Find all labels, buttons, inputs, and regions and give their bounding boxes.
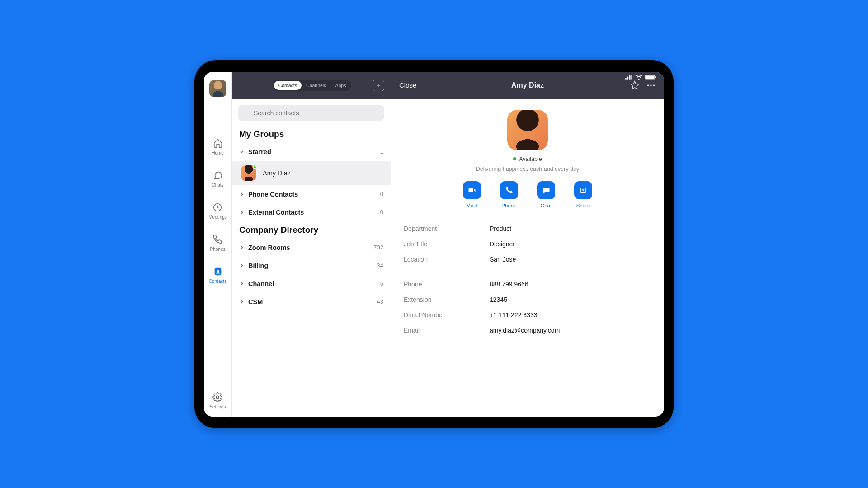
svg-rect-15 xyxy=(469,188,473,192)
info-label: Department xyxy=(404,225,490,232)
star-icon xyxy=(630,80,640,90)
chat-icon xyxy=(212,170,223,181)
group-count: 34 xyxy=(377,262,383,269)
tab-channels[interactable]: Channels xyxy=(302,81,330,90)
contacts-icon xyxy=(212,266,223,277)
group-count: 0 xyxy=(380,209,383,216)
search-input[interactable] xyxy=(238,105,384,121)
group-count: 43 xyxy=(377,298,383,305)
svg-point-2 xyxy=(217,269,219,272)
gear-icon xyxy=(212,392,223,403)
status-bar-icons xyxy=(625,75,656,80)
group-label: Channel xyxy=(248,280,274,287)
nav-label: Settings xyxy=(209,404,226,409)
add-button[interactable] xyxy=(373,80,384,91)
info-value: 888 799 9666 xyxy=(490,281,528,288)
info-location: Location San Jose xyxy=(404,252,651,267)
nav-home[interactable]: Home xyxy=(212,138,224,155)
group-starred[interactable]: Starred 1 xyxy=(232,143,391,161)
info-phone: Phone 888 799 9666 xyxy=(404,277,651,292)
group-phone-contacts[interactable]: Phone Contacts 0 xyxy=(232,185,391,203)
presence-label: Available xyxy=(519,156,542,162)
info-label: Direct Number xyxy=(404,311,490,319)
info-value: Designer xyxy=(490,240,515,248)
action-phone[interactable]: Phone xyxy=(500,181,518,208)
section-company-directory: Company Directory xyxy=(232,221,391,239)
group-external-contacts[interactable]: External Contacts 0 xyxy=(232,203,391,221)
svg-rect-11 xyxy=(655,76,656,78)
nav-contacts[interactable]: Contacts xyxy=(209,266,226,284)
action-meet[interactable]: Meet xyxy=(463,181,481,208)
contact-avatar xyxy=(241,165,256,181)
close-button[interactable]: Close xyxy=(399,81,416,89)
me-avatar[interactable] xyxy=(209,80,226,97)
chevron-down-icon xyxy=(239,149,246,155)
more-icon xyxy=(646,80,656,90)
nav-label: Contacts xyxy=(209,279,226,284)
svg-rect-7 xyxy=(629,75,631,80)
favorite-button[interactable] xyxy=(630,80,640,90)
nav-label: Meetings xyxy=(208,215,227,220)
detail-title: Amy Diaz xyxy=(511,81,544,89)
group-csm[interactable]: CSM 43 xyxy=(232,293,391,311)
group-count: 702 xyxy=(373,244,383,251)
group-label: Billing xyxy=(248,262,268,269)
nav-meetings[interactable]: Meetings xyxy=(208,202,227,220)
group-count: 0 xyxy=(380,191,383,197)
section-my-groups: My Groups xyxy=(232,126,391,143)
nav-label: Chats xyxy=(212,183,223,188)
contacts-panel: Contacts Channels Apps My Groups xyxy=(232,72,391,417)
info-label: Location xyxy=(404,256,490,263)
presence-dot-icon xyxy=(513,157,516,160)
presence-dot xyxy=(253,165,256,169)
nav-label: Home xyxy=(212,150,224,155)
svg-point-13 xyxy=(650,84,652,86)
detail-body: Available Delivering happiness each and … xyxy=(391,99,664,349)
svg-point-14 xyxy=(653,84,655,86)
info-value: +1 111 222 3333 xyxy=(490,311,538,319)
contact-detail-panel: Close Amy Diaz Available xyxy=(391,72,664,417)
chevron-right-icon xyxy=(239,210,246,215)
info-direct-number: Direct Number +1 111 222 3333 xyxy=(404,307,651,323)
plus-icon xyxy=(375,82,382,89)
contact-amy-diaz[interactable]: Amy Diaz xyxy=(232,161,391,185)
chevron-right-icon xyxy=(239,281,246,286)
info-label: Phone xyxy=(404,281,490,288)
chevron-right-icon xyxy=(239,245,246,250)
group-zoom-rooms[interactable]: Zoom Rooms 702 xyxy=(232,239,391,257)
svg-point-12 xyxy=(647,84,649,86)
group-channel[interactable]: Channel 5 xyxy=(232,275,391,293)
phone-icon xyxy=(505,186,513,194)
chat-bubble-icon xyxy=(542,186,550,194)
info-value: amy.diaz@company.com xyxy=(490,327,560,334)
info-label: Job Title xyxy=(404,240,490,248)
info-label: Email xyxy=(404,327,490,334)
segmented-control: Contacts Channels Apps xyxy=(273,80,352,91)
wifi-icon xyxy=(635,75,642,80)
action-chat[interactable]: Chat xyxy=(537,181,555,208)
info-value: San Jose xyxy=(490,256,516,263)
info-label: Extension xyxy=(404,296,490,303)
battery-icon xyxy=(645,75,656,80)
action-label: Phone xyxy=(501,203,516,208)
action-share[interactable]: Share xyxy=(574,181,592,208)
action-label: Chat xyxy=(541,203,552,208)
contact-name: Amy Diaz xyxy=(263,169,291,177)
nav-rail: Home Chats Meetings Phones xyxy=(204,72,232,417)
profile-avatar xyxy=(507,110,548,150)
group-billing[interactable]: Billing 34 xyxy=(232,257,391,275)
info-extension: Extension 12345 xyxy=(404,292,651,307)
nav-phones[interactable]: Phones xyxy=(210,234,226,252)
group-label: Phone Contacts xyxy=(248,191,298,198)
tab-apps[interactable]: Apps xyxy=(330,81,350,90)
nav-chats[interactable]: Chats xyxy=(212,170,223,188)
nav-settings[interactable]: Settings xyxy=(209,392,226,409)
profile-tagline: Delivering happiness each and every day xyxy=(476,166,580,172)
action-label: Meet xyxy=(466,203,478,208)
tab-contacts[interactable]: Contacts xyxy=(274,81,302,90)
detail-header: Close Amy Diaz xyxy=(391,72,664,99)
info-value: Product xyxy=(490,225,511,232)
chevron-right-icon xyxy=(239,299,246,305)
more-button[interactable] xyxy=(646,80,656,90)
group-count: 1 xyxy=(380,148,383,155)
